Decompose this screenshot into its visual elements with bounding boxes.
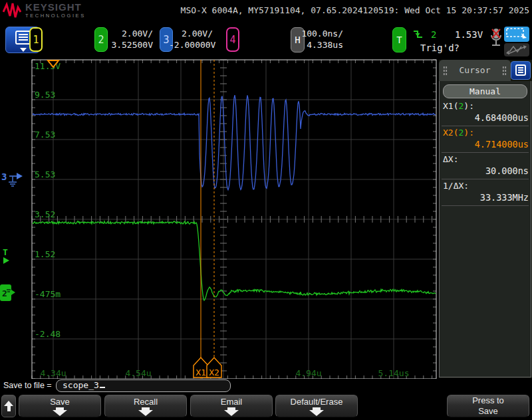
- softkey-label: Email: [221, 397, 243, 407]
- svg-text:-475m: -475m: [35, 289, 61, 299]
- falling-edge-trigger-icon: [413, 29, 424, 40]
- trigger-level-marker: T: [3, 247, 8, 257]
- system-title: MSO-X 6004A, MY57191104, 07.65.202412051…: [181, 5, 529, 15]
- toolbar: 1 2 2.00V/3.52500V 3 2.00V/-2.00000V 4 H…: [0, 25, 532, 58]
- divider: [442, 152, 529, 153]
- down-arrow-head: [53, 410, 67, 416]
- svg-text:-2.48: -2.48: [35, 329, 61, 339]
- channel-2-button[interactable]: 2: [94, 27, 108, 52]
- ch2-scale: 2.00V/: [122, 29, 153, 39]
- softkey-label: Save: [50, 397, 70, 407]
- down-arrow-head: [138, 410, 153, 416]
- text-cursor: [100, 387, 105, 388]
- inv-dx-value: 33.333MHz: [480, 192, 529, 203]
- softkey-label: Recall: [134, 397, 158, 407]
- x2-value: 4.714000us: [475, 139, 529, 150]
- softkey-save[interactable]: Save: [19, 395, 101, 417]
- svg-text:4.54u: 4.54u: [125, 368, 151, 378]
- x1-label-end: ):: [464, 101, 474, 111]
- channel-2-readout: 2.00V/3.52500V: [109, 28, 153, 52]
- x1-cursor-flag[interactable]: X1: [194, 358, 208, 377]
- h-scale: 100.0ns/: [301, 29, 343, 39]
- softkey-recall[interactable]: Recall: [104, 395, 187, 417]
- waveform-arrows-icon: [504, 43, 529, 56]
- selection-rectangle-icon: [504, 27, 529, 42]
- cursor-mode-button[interactable]: Manual: [443, 84, 527, 98]
- trigger-status: Trig'd?: [420, 43, 460, 53]
- cursor-x1-row: X1(2): 4.684000us: [440, 100, 532, 126]
- svg-text:5.14us: 5.14us: [378, 368, 410, 378]
- trigger-source: 2: [431, 29, 436, 40]
- dx-label: ΔX:: [443, 154, 458, 164]
- drag-handle-icon[interactable]: [502, 66, 507, 76]
- svg-text:4.34u: 4.34u: [40, 368, 66, 378]
- divider: [442, 126, 529, 126]
- softkey-email[interactable]: Email: [190, 395, 273, 417]
- svg-text:3.52: 3.52: [35, 209, 55, 219]
- x1-cursor-flag-label: X1: [196, 368, 206, 377]
- svg-text:9.53: 9.53: [35, 90, 55, 100]
- svg-text:5.53: 5.53: [35, 169, 55, 179]
- cursor-panel-title: Cursor: [439, 65, 511, 75]
- save-to-file-label: Save to file =: [3, 381, 52, 390]
- cursor-panel-header[interactable]: Cursor: [439, 60, 511, 81]
- cursor-values-panel: Manual X1(2): 4.684000us X2(2): 4.714000…: [439, 81, 531, 377]
- x2-label-end: ):: [464, 128, 474, 138]
- svg-text:4.94u: 4.94u: [295, 368, 321, 378]
- down-arrow-head: [224, 410, 239, 416]
- press-to-save-line2: Save: [478, 406, 498, 417]
- ch3-scale: 2.00V/: [182, 29, 213, 39]
- dx-value: 30.000ns: [485, 165, 529, 176]
- touch-select-button[interactable]: [504, 27, 529, 42]
- up-arrow-stem: [7, 406, 11, 411]
- inv-dx-label: 1/ΔX:: [443, 181, 469, 191]
- h-delay: 4.338us: [307, 40, 343, 50]
- brand-subtitle: TECHNOLOGIES: [25, 13, 86, 19]
- waveform-display[interactable]: 11.5V9.537.535.533.521.52-475m-2.484.34u…: [0, 58, 439, 380]
- x2-cursor-flag-label: X2: [209, 368, 219, 377]
- horizontal-readout: 100.0ns/4.338us: [299, 28, 343, 52]
- ch3-offset: -2.00000V: [169, 40, 215, 50]
- waveform-pan-button[interactable]: [504, 43, 529, 56]
- filename-text: scope_3: [63, 380, 99, 390]
- x1-value: 4.684000us: [475, 112, 529, 123]
- cursor-dx-row: ΔX: 30.000ns: [440, 154, 532, 179]
- ch2-offset: 3.52500V: [111, 40, 153, 50]
- cursor-menu-button[interactable]: [511, 61, 531, 80]
- brand-name: KEYSIGHT: [25, 2, 86, 12]
- softkey-default-erase[interactable]: Default/Erase: [275, 395, 358, 417]
- channel-3-marker: 3: [1, 171, 7, 182]
- channel-4-button[interactable]: 4: [226, 27, 239, 52]
- keysight-spark-icon: [3, 2, 21, 19]
- divider: [442, 179, 529, 179]
- svg-text:2: 2: [2, 288, 7, 298]
- trigger-button[interactable]: T: [392, 27, 406, 52]
- channel-3-trace: [33, 95, 436, 190]
- up-arrow-icon: [4, 401, 13, 406]
- svg-text:7.53: 7.53: [35, 130, 55, 140]
- softkey-back-button[interactable]: [1, 395, 16, 417]
- cursor-sidebar: Cursor Manual X1(2): 4.684000us X2(2): 4…: [439, 60, 532, 378]
- softkey-label: Default/Erase: [291, 397, 343, 407]
- x2-label: X2(: [443, 128, 458, 138]
- save-to-file-bar: Save to file = scope_3: [0, 379, 532, 393]
- scope-graticule: 11.5V9.537.535.533.521.52-475m-2.484.34u…: [0, 58, 439, 380]
- channel-3-readout: 2.00V/-2.00000V: [169, 28, 213, 52]
- cursor-inv-dx-row: 1/ΔX: 33.333MHz: [440, 180, 532, 205]
- x2-cursor-flag[interactable]: X2: [207, 358, 221, 377]
- channel-2-trace: [33, 221, 436, 300]
- svg-text:1.52: 1.52: [35, 249, 55, 259]
- down-arrow-head: [309, 410, 324, 416]
- x1-label: X1(: [443, 101, 458, 111]
- channel-1-button[interactable]: 1: [29, 27, 43, 52]
- trigger-level: 1.53V: [455, 29, 483, 40]
- microphone-muted-icon[interactable]: [488, 27, 504, 52]
- menu-icon: [511, 62, 530, 79]
- press-to-save-line1: Press to: [472, 395, 504, 406]
- cursor-x2-row: X2(2): 4.714000us: [440, 127, 532, 152]
- divider: [442, 205, 529, 206]
- filename-input[interactable]: scope_3: [56, 379, 231, 392]
- channel-2-marker[interactable]: 2: [0, 284, 15, 301]
- softkey-press-to-save[interactable]: Press to Save: [447, 395, 529, 417]
- oscilloscope-screen: KEYSIGHT TECHNOLOGIES MSO-X 6004A, MY571…: [0, 0, 532, 420]
